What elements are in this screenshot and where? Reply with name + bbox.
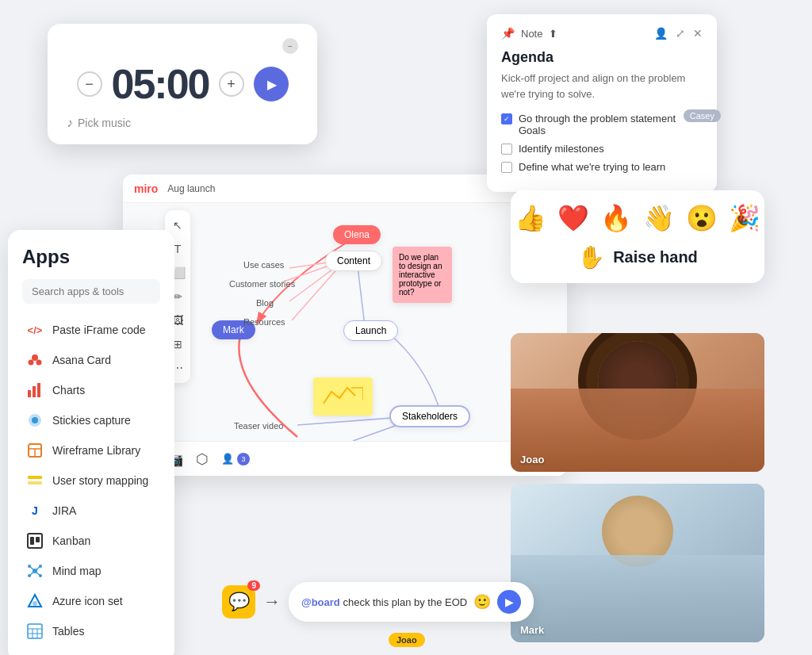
timer-display: − 05:00 + <box>67 60 298 108</box>
share-screen-icon[interactable]: ⬡ <box>196 450 209 468</box>
sticky-note-yellow[interactable] <box>313 377 373 416</box>
app-label-jira: JIRA <box>52 504 76 517</box>
sticky-note-pink[interactable]: Do we plan to design an interactive prot… <box>393 247 452 303</box>
app-item-mindmap[interactable]: Mind map <box>22 556 160 586</box>
app-item-charts[interactable]: Charts <box>22 375 160 405</box>
app-label-charts: Charts <box>52 384 85 396</box>
pin-icon: 📌 <box>501 27 515 40</box>
svg-rect-12 <box>28 481 42 485</box>
toolbar-cursor-icon[interactable]: ↖ <box>170 216 186 234</box>
note-header: 📌 Note ⬆ 👤 ⤢ ✕ <box>501 27 703 40</box>
asana-icon <box>25 350 44 370</box>
emoji-thumbsup[interactable]: 👍 <box>515 203 546 233</box>
chat-message-body: check this plan by the EOD <box>343 596 467 608</box>
note-title: Note <box>521 28 542 40</box>
checklist-item-2[interactable]: Identify milestones <box>501 143 703 155</box>
timer-plus-button[interactable]: + <box>219 71 244 97</box>
app-item-azure[interactable]: Azure icon set <box>22 586 160 616</box>
svg-point-0 <box>32 354 38 361</box>
azure-icon <box>25 592 44 611</box>
video-feed-joao: Joao <box>511 333 764 472</box>
node-stakeholders[interactable]: Stakeholders <box>389 405 470 427</box>
svg-point-20 <box>39 565 42 568</box>
timer-music-row: ♪ Pick music <box>67 116 298 130</box>
node-launch[interactable]: Launch <box>343 320 398 341</box>
app-item-iframe[interactable]: </> Paste iFrame code <box>22 315 160 345</box>
emoji-heart[interactable]: ❤️ <box>557 203 589 233</box>
timer-music-label: Pick music <box>78 117 131 129</box>
timer-play-button[interactable] <box>254 67 289 102</box>
note-expand-icon[interactable]: ⤢ <box>676 27 685 40</box>
chat-bar: 💬 9 → @board check this plan by the EOD … <box>222 582 534 622</box>
app-item-jira[interactable]: J JIRA <box>22 496 160 526</box>
miro-bottom-bar: 🎤 📷 ⬡ 👤 3 Leave <box>123 441 567 476</box>
app-item-user-story[interactable]: User story mapping <box>22 465 160 496</box>
apps-search-input[interactable] <box>22 279 160 304</box>
svg-rect-13 <box>28 534 42 548</box>
note-close-icon[interactable]: ✕ <box>693 27 703 40</box>
apps-panel: Apps </> Paste iFrame code Asana Card Ch… <box>8 230 174 655</box>
app-label-mindmap: Mind map <box>52 565 101 577</box>
svg-rect-11 <box>28 476 42 479</box>
timer-minus-button[interactable]: − <box>77 71 102 97</box>
participants-button[interactable]: 👤 3 <box>221 453 250 465</box>
user-story-icon <box>25 471 44 490</box>
checkbox-2[interactable] <box>501 144 512 155</box>
app-item-asana[interactable]: Asana Card <box>22 345 160 375</box>
chat-send-button[interactable]: ▶ <box>497 590 521 614</box>
svg-rect-15 <box>36 537 40 542</box>
miro-project: Aug launch <box>167 183 215 194</box>
svg-rect-5 <box>37 383 40 397</box>
participant-icon: 👤 <box>221 453 234 465</box>
emoji-wave[interactable]: 👋 <box>643 203 675 233</box>
emoji-fire[interactable]: 🔥 <box>600 203 632 233</box>
kanban-icon <box>25 531 44 550</box>
text-customer-stories: Customer stories <box>229 279 295 289</box>
upload-icon[interactable]: ⬆ <box>549 28 557 40</box>
svg-point-24 <box>39 574 42 577</box>
raise-hand-button[interactable]: ✋ Raise hand <box>527 244 749 270</box>
app-item-wireframe[interactable]: Wireframe Library <box>22 435 160 465</box>
node-olena[interactable]: Olena <box>333 225 381 244</box>
checklist-item-3[interactable]: Define what we're trying to learn <box>501 161 703 173</box>
chat-badge[interactable]: 💬 9 <box>222 585 255 619</box>
app-item-tables[interactable]: Tables <box>22 616 160 646</box>
joao-bubble-label: Joao <box>389 633 425 647</box>
iframe-icon: </> <box>25 320 44 339</box>
emoji-row: 👍 ❤️ 🔥 👋 😮 🎉 <box>527 203 749 233</box>
app-item-stickies[interactable]: Stickies capture <box>22 405 160 435</box>
note-body: Agenda Kick-off project and align on the… <box>501 49 703 173</box>
svg-rect-3 <box>28 390 31 397</box>
timer-header: − <box>67 38 298 54</box>
app-label-wireframe: Wireframe Library <box>52 444 140 457</box>
note-header-right: 👤 ⤢ ✕ <box>654 27 703 40</box>
svg-point-22 <box>28 574 31 577</box>
node-content[interactable]: Content <box>325 251 382 271</box>
app-item-kanban[interactable]: Kanban <box>22 526 160 556</box>
charts-icon <box>25 381 44 400</box>
timer-widget: − − 05:00 + ♪ Pick music <box>48 24 317 144</box>
stickies-icon <box>25 411 44 430</box>
chat-emoji-button[interactable]: 🙂 <box>473 593 491 611</box>
emoji-party[interactable]: 🎉 <box>729 203 760 233</box>
chat-at-mention: @board <box>301 596 340 608</box>
text-use-cases: Use cases <box>243 260 284 270</box>
note-heading: Agenda <box>501 49 703 66</box>
text-resources: Resources <box>243 317 285 327</box>
miro-logo: miro <box>134 182 158 195</box>
checklist-item-1[interactable]: Go through the problem statement Goals <box>501 113 703 136</box>
svg-point-26 <box>33 601 37 606</box>
svg-point-2 <box>36 360 42 366</box>
music-icon: ♪ <box>67 116 73 130</box>
note-widget: 📌 Note ⬆ 👤 ⤢ ✕ Agenda Kick-off project a… <box>487 14 717 192</box>
wireframe-icon <box>25 441 44 460</box>
emoji-surprised[interactable]: 😮 <box>686 203 718 233</box>
checkbox-3[interactable] <box>501 162 512 173</box>
app-label-asana: Asana Card <box>52 354 111 366</box>
reaction-widget: 👍 ❤️ 🔥 👋 😮 🎉 ✋ Raise hand <box>511 190 764 283</box>
app-label-tables: Tables <box>52 625 84 638</box>
checkbox-1[interactable] <box>501 113 512 124</box>
note-share-icon[interactable]: 👤 <box>654 27 668 40</box>
timer-close-button[interactable]: − <box>282 38 298 54</box>
video-feed-mark: Mark <box>511 484 764 642</box>
